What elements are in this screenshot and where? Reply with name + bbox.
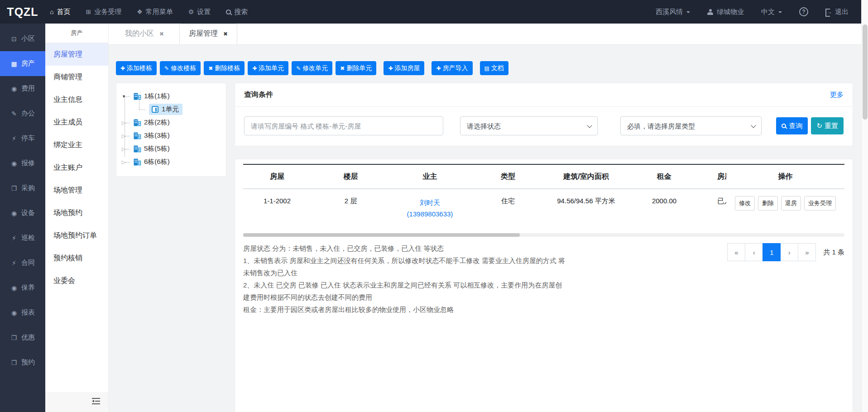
button-label: 房产导入 (443, 64, 468, 72)
tree-node-label: 1栋(1栋) (144, 92, 170, 101)
add-house-button[interactable]: ✚ 添加房屋 (384, 61, 424, 75)
tab-label: 房屋管理 (189, 29, 218, 38)
nav-business[interactable]: ⊞ 业务受理 (86, 8, 121, 16)
nav-home[interactable]: ⌂ 首页 (50, 8, 70, 16)
close-icon[interactable]: ✖ (159, 31, 164, 37)
submenu-item-bind-owner[interactable]: 绑定业主 (45, 134, 108, 156)
sidebar-item-office[interactable]: ✎ 办公 (0, 101, 45, 126)
edit-row-button[interactable]: 修改 (735, 196, 755, 211)
community-dropdown[interactable]: 西溪风情 (656, 8, 690, 16)
sidebar-item-parking[interactable]: ⚡ 停车 (0, 126, 45, 151)
submenu-item-venue-mgmt[interactable]: 场地管理 (45, 179, 108, 201)
col-header-rent: 租金 (626, 172, 703, 182)
submenu-item-shop-mgmt[interactable]: 商铺管理 (45, 66, 108, 88)
submenu-item-house-mgmt[interactable]: 房屋管理 (45, 43, 108, 66)
sidebar-item-community[interactable]: ⊡ 小区 (0, 26, 45, 51)
edit-building-button[interactable]: ✎ 修改楼栋 (160, 61, 201, 75)
sidebar-item-purchase[interactable]: ❐ 采购 (0, 176, 45, 201)
sidebar-item-booking[interactable]: ❐ 预约 (0, 350, 45, 375)
sidebar-item-inspection[interactable]: ⚡ 巡检 (0, 225, 45, 250)
edit-unit-button[interactable]: ✎ 修改单元 (292, 61, 332, 75)
building-icon (134, 132, 141, 139)
table-horizontal-scrollbar[interactable] (243, 233, 844, 237)
logout-button[interactable]: 退出 (825, 8, 849, 16)
collapsed-arrow-icon[interactable]: ▷ (122, 146, 125, 152)
reset-button[interactable]: ↻ 重置 (811, 117, 844, 134)
nav-settings[interactable]: ⚙ 设置 (188, 8, 211, 16)
submenu-item-owners-committee[interactable]: 业委会 (45, 269, 108, 292)
app-logo[interactable]: TQZL (0, 5, 45, 19)
tree-node-building-6[interactable]: ▷ 6栋(6栋) (120, 155, 222, 168)
plus-icon: ✚ (388, 65, 393, 72)
delete-unit-button[interactable]: ✖ 删除单元 (336, 61, 376, 75)
sidebar-item-property[interactable]: ▦ 房产 (0, 51, 45, 76)
sidebar-item-maintenance[interactable]: ◉ 保养 (0, 275, 45, 300)
building-icon (134, 145, 141, 153)
tree-node-building-3[interactable]: ▷ 3栋(3栋) (120, 129, 222, 142)
submenu-item-owner-info[interactable]: 业主信息 (45, 88, 108, 111)
building-icon (134, 158, 141, 166)
checkout-row-button[interactable]: 退房 (781, 196, 801, 211)
type-select-wrap: 必填，请选择房屋类型 (620, 116, 762, 135)
tree-node-unit-1[interactable]: 1单元 (120, 103, 222, 116)
submenu-item-owner-account[interactable]: 业主账户 (45, 156, 108, 179)
house-type-select[interactable]: 必填，请选择房屋类型 (620, 116, 762, 135)
delete-building-button[interactable]: ✖ 删除楼栋 (204, 61, 245, 75)
delete-row-button[interactable]: 删除 (758, 196, 778, 211)
expanded-arrow-icon[interactable]: ▼ (122, 94, 126, 99)
add-building-button[interactable]: ✚ 添加楼栋 (116, 61, 157, 75)
status-select[interactable]: 请选择状态 (460, 116, 598, 135)
collapse-menu-icon[interactable] (92, 398, 100, 406)
selected-tree-node[interactable]: 1单元 (149, 104, 182, 115)
language-dropdown[interactable]: 中文 (761, 8, 782, 16)
owner-link[interactable]: 刘时天 (390, 197, 470, 208)
first-page-button[interactable]: « (727, 243, 745, 261)
help-button[interactable]: ? (799, 7, 808, 16)
room-number-input[interactable] (244, 116, 443, 135)
tree-node-building-1[interactable]: ▼ 1栋(1栋) (120, 90, 222, 103)
tree-node-building-5[interactable]: ▷ 5栋(5栋) (120, 142, 222, 155)
collapsed-arrow-icon[interactable]: ▷ (122, 133, 125, 139)
last-page-button[interactable]: » (798, 243, 816, 261)
page-scrollbar[interactable] (861, 0, 868, 412)
company-menu[interactable]: 绿城物业 (707, 8, 744, 16)
scrollbar-thumb[interactable] (243, 233, 520, 237)
submenu-item-venue-booking[interactable]: 场地预约 (45, 201, 108, 224)
search-button[interactable]: 查询 (776, 117, 808, 134)
scrollbar-thumb[interactable] (863, 24, 868, 120)
close-icon[interactable]: ✖ (223, 31, 228, 37)
query-buttons: 查询 ↻ 重置 (776, 117, 844, 134)
submenu-item-venue-orders[interactable]: 场地预约订单 (45, 224, 108, 247)
submenu-item-booking-verify[interactable]: 预约核销 (45, 247, 108, 269)
building-icon (134, 93, 141, 100)
tab-house-mgmt[interactable]: 房屋管理 ✖ (179, 24, 237, 44)
caret-down-icon (778, 11, 782, 13)
user-icon (707, 9, 713, 15)
sidebar-item-reports[interactable]: ◉ 报表 (0, 300, 45, 325)
prev-page-button[interactable]: ‹ (745, 243, 763, 261)
owner-phone-link[interactable]: (13989803633) (390, 208, 470, 220)
collapsed-arrow-icon[interactable]: ▷ (122, 159, 125, 165)
docs-button[interactable]: ▤ 文档 (480, 61, 508, 75)
nav-common-menu[interactable]: ❖ 常用菜单 (137, 8, 173, 16)
property-import-button[interactable]: ✚ 房产导入 (432, 61, 472, 75)
more-link[interactable]: 更多 (830, 91, 844, 99)
sidebar-item-label: 小区 (21, 34, 35, 43)
sidebar-item-repair[interactable]: ◉ 报修 (0, 151, 45, 176)
tree-node-building-2[interactable]: ▷ 2栋(2栋) (120, 116, 222, 129)
sidebar-item-equipment[interactable]: ◉ 设备 (0, 201, 45, 225)
tree-node-label: 1单元 (162, 105, 179, 114)
collapsed-arrow-icon[interactable]: ▷ (122, 120, 125, 125)
main-nav: ⌂ 首页 ⊞ 业务受理 ❖ 常用菜单 ⚙ 设置 搜索 (50, 8, 248, 16)
nav-search[interactable]: 搜索 (226, 8, 248, 16)
submenu-item-owner-members[interactable]: 业主成员 (45, 111, 108, 134)
accept-business-button[interactable]: 业务受理 (804, 196, 836, 211)
sidebar-item-fees[interactable]: ◉ 费用 (0, 76, 45, 101)
help-line: 未销售改为已入住 (243, 267, 728, 279)
tab-my-community[interactable]: 我的小区 ✖ (116, 24, 173, 44)
page-1-button[interactable]: 1 (762, 243, 781, 261)
add-unit-button[interactable]: ✚ 添加单元 (248, 61, 288, 75)
sidebar-item-discount[interactable]: ❐ 优惠 (0, 325, 45, 350)
next-page-button[interactable]: › (780, 243, 798, 261)
sidebar-item-contract[interactable]: ⚡ 合同 (0, 250, 45, 275)
